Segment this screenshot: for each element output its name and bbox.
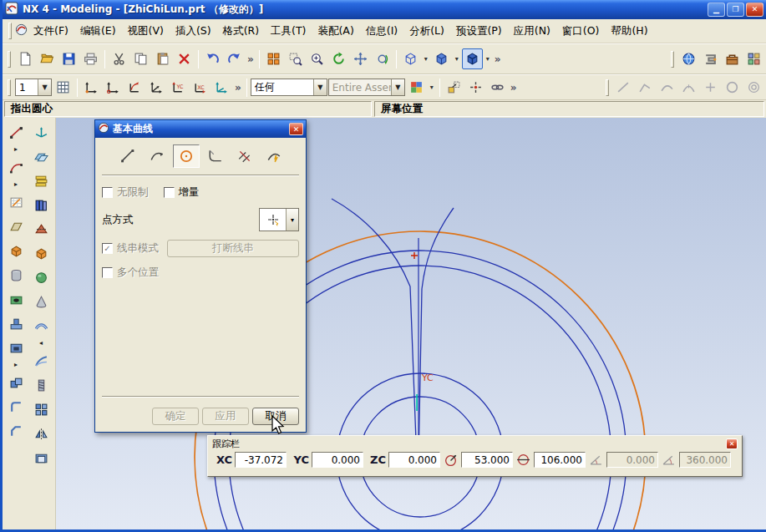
undo-icon[interactable] — [202, 48, 223, 69]
zoom-window-icon[interactable] — [285, 48, 306, 69]
boss-icon[interactable] — [5, 312, 27, 334]
shaded-edges-display-icon[interactable] — [462, 48, 483, 69]
plane-stack-icon[interactable] — [30, 145, 52, 167]
line-icon[interactable] — [5, 121, 27, 143]
point-method-caret[interactable]: ▾ — [286, 209, 298, 231]
rotate-view-icon[interactable] — [372, 48, 393, 69]
wireframe-dropdown-caret[interactable]: ▾ — [422, 55, 430, 63]
tracking-bar-close-button[interactable]: ✕ — [726, 438, 738, 449]
clamp-icon[interactable] — [700, 48, 721, 69]
color-filter-icon[interactable] — [406, 77, 427, 98]
menu-format[interactable]: 格式(R) — [217, 21, 265, 42]
menu-information[interactable]: 信息(I) — [360, 21, 403, 42]
snap-point-icon[interactable] — [465, 77, 486, 98]
layers-icon[interactable] — [30, 170, 52, 191]
shell-icon[interactable] — [30, 447, 52, 469]
chamfer-icon[interactable] — [5, 420, 27, 442]
hole-icon[interactable] — [5, 288, 27, 310]
menu-view[interactable]: 视图(V) — [122, 21, 170, 42]
refresh-view-icon[interactable] — [328, 48, 349, 69]
toolbar-overflow-chevron[interactable]: » — [246, 53, 256, 65]
dialog-title-bar[interactable]: 基本曲线 ✕ — [95, 120, 306, 138]
pocket-icon[interactable] — [5, 337, 27, 358]
edge-blend-icon[interactable] — [5, 396, 27, 418]
increment-checkbox-box[interactable] — [164, 187, 175, 198]
wireframe-display-icon[interactable] — [400, 48, 421, 69]
selection-overflow-chevron[interactable]: » — [509, 82, 519, 94]
wcs-origin-icon[interactable] — [103, 77, 124, 98]
tube-icon[interactable] — [30, 315, 52, 337]
pan-view-icon[interactable] — [350, 48, 371, 69]
cut-icon[interactable] — [109, 48, 129, 69]
menu-analysis[interactable]: 分析(L) — [403, 21, 450, 42]
menubar-grip[interactable] — [8, 23, 12, 39]
menu-edit[interactable]: 编辑(E) — [74, 21, 122, 42]
line-tool-icon[interactable] — [114, 144, 141, 168]
wcs-set-xc-icon[interactable]: XC — [190, 77, 211, 98]
menu-preferences[interactable]: 预设置(P) — [450, 21, 508, 42]
menu-tools[interactable]: 工具(T) — [265, 21, 312, 42]
restore-button[interactable]: ❐ — [727, 3, 744, 17]
tooth-flank-left[interactable] — [332, 199, 417, 463]
shaded-display-icon[interactable] — [431, 48, 452, 69]
work-layer-dropdown-caret[interactable]: ▼ — [38, 79, 51, 95]
extrude-icon[interactable] — [5, 240, 27, 261]
paste-icon[interactable] — [152, 48, 173, 69]
redo-icon[interactable] — [224, 48, 245, 69]
utility-grip[interactable] — [8, 79, 11, 96]
dialog-close-button[interactable]: ✕ — [289, 123, 303, 135]
environment-icon[interactable] — [678, 48, 699, 69]
chain-select-icon[interactable] — [487, 77, 508, 98]
selection-filter-combo[interactable]: 任何 ▼ — [251, 79, 327, 96]
instance-array-icon[interactable] — [30, 398, 52, 420]
move-object-icon[interactable] — [444, 77, 464, 98]
revolve-icon[interactable] — [5, 264, 27, 286]
tracking-bar-header[interactable]: 跟踪栏 ✕ — [212, 438, 738, 449]
selection-filter-caret[interactable]: ▼ — [313, 79, 327, 95]
wcs-dynamic-icon[interactable] — [81, 77, 102, 98]
flyout-arrow-icon[interactable]: ▸ — [14, 145, 18, 154]
toolbox-icon[interactable] — [722, 48, 743, 69]
menu-application[interactable]: 应用(N) — [508, 21, 556, 42]
fit-view-icon[interactable] — [263, 48, 284, 69]
flyout-arrow-icon[interactable]: ◂ — [39, 339, 43, 347]
wcs-rotate-icon[interactable] — [124, 77, 145, 98]
view-toolbar-overflow-chevron[interactable]: » — [493, 53, 503, 65]
minimize-button[interactable]: ▁ — [708, 3, 725, 17]
wcs-overflow-chevron[interactable]: » — [233, 82, 243, 94]
toolbar-grip[interactable] — [8, 51, 11, 68]
shaded-dropdown-caret[interactable]: ▾ — [453, 55, 461, 63]
radius-input[interactable] — [461, 452, 513, 468]
menu-insert[interactable]: 插入(S) — [170, 21, 217, 42]
curve-toolbar-grip[interactable] — [606, 79, 609, 96]
wcs-set-yc-icon[interactable]: YC — [168, 77, 189, 98]
arc-tool-icon[interactable] — [144, 144, 170, 168]
trim-tool-icon[interactable] — [231, 144, 258, 168]
mirror-body-icon[interactable] — [30, 423, 52, 444]
layer-settings-icon[interactable] — [53, 77, 74, 98]
circle-tool-icon[interactable] — [173, 144, 200, 168]
print-icon[interactable] — [80, 48, 101, 69]
utility-toolbar-grip[interactable] — [671, 51, 674, 68]
copy-icon[interactable] — [130, 48, 151, 69]
delete-icon[interactable] — [174, 48, 195, 69]
save-icon[interactable] — [58, 48, 79, 69]
menu-window[interactable]: 窗口(O) — [556, 21, 606, 42]
modules-icon[interactable] — [743, 48, 764, 69]
swept-icon[interactable] — [30, 350, 52, 372]
xc-input[interactable] — [235, 452, 287, 468]
zc-input[interactable] — [388, 452, 440, 468]
menu-assemblies[interactable]: 装配(A) — [312, 21, 359, 42]
wcs-orient-icon[interactable] — [146, 77, 167, 98]
display-mode-dropdown-caret[interactable]: ▾ — [484, 55, 492, 63]
fillet-tool-icon[interactable] — [202, 144, 229, 168]
wcs-display-icon[interactable] — [211, 77, 232, 98]
trim-body-icon[interactable] — [30, 218, 52, 240]
edit-curve-tool-icon[interactable] — [261, 144, 287, 168]
flyout-arrow-icon[interactable]: ▸ — [14, 180, 18, 189]
cone-icon[interactable] — [30, 291, 52, 312]
open-icon[interactable] — [37, 48, 58, 69]
datum-plane-icon[interactable] — [5, 215, 27, 237]
arc-icon[interactable] — [5, 156, 27, 178]
color-filter-caret[interactable]: ▾ — [428, 84, 436, 91]
